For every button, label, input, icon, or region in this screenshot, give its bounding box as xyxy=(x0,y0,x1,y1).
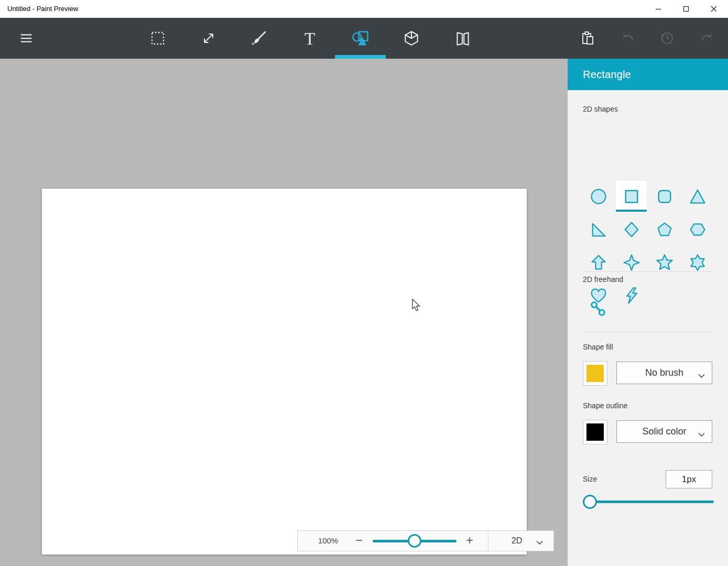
size-slider-thumb[interactable] xyxy=(583,495,597,509)
shape-right-triangle[interactable] xyxy=(583,214,614,245)
text-t-icon: T xyxy=(301,29,319,47)
minimize-icon xyxy=(655,6,661,12)
tool-3d-shapes[interactable] xyxy=(386,18,437,59)
view-mode-value[interactable]: 2D xyxy=(499,531,534,551)
fill-section-label: Shape fill xyxy=(583,343,709,352)
outline-type-dropdown[interactable]: Solid color xyxy=(616,420,712,443)
tool-select[interactable] xyxy=(132,18,183,59)
selected-tool-indicator xyxy=(335,55,386,59)
shape-four-point-star[interactable] xyxy=(616,247,647,278)
fill-type-dropdown[interactable]: No brush xyxy=(616,362,712,384)
tool-2d-shapes[interactable] xyxy=(335,18,386,59)
paintbrush-icon xyxy=(251,30,267,47)
shapes-section-label: 2D shapes xyxy=(583,105,709,114)
paste-button[interactable] xyxy=(575,18,601,59)
svg-text:T: T xyxy=(304,29,314,47)
marquee-select-icon xyxy=(149,30,166,47)
shape-circle[interactable] xyxy=(583,181,614,212)
menu-button[interactable] xyxy=(14,18,39,59)
zoom-in-button[interactable]: + xyxy=(459,531,480,551)
chevron-down-icon xyxy=(698,370,705,381)
fill-color-value xyxy=(586,365,604,382)
outline-section-label: Shape outline xyxy=(583,401,709,411)
tool-crop-resize[interactable] xyxy=(183,18,234,59)
maximize-button[interactable] xyxy=(674,0,698,18)
zoom-slider-thumb[interactable] xyxy=(408,534,421,548)
shape-hexagon[interactable] xyxy=(682,214,713,245)
clipboard-icon xyxy=(580,30,596,47)
2d-shapes-icon xyxy=(351,29,370,48)
chevron-down-icon xyxy=(698,429,705,440)
undo-button[interactable] xyxy=(615,18,640,59)
size-input[interactable]: 1px xyxy=(666,470,712,488)
hamburger-menu-icon xyxy=(18,30,34,46)
zoombar-divider xyxy=(488,531,488,551)
tool-brushes[interactable] xyxy=(233,18,284,59)
maximize-icon xyxy=(683,6,689,12)
canvas-panel-icon xyxy=(453,29,471,47)
shapes-panel: Rectangle 2D shapes xyxy=(568,59,728,566)
shape-six-point-star[interactable] xyxy=(682,247,713,278)
expand-arrows-icon xyxy=(200,30,217,47)
freehand-section-label: 2D freehand xyxy=(583,275,709,285)
shape-five-point-star[interactable] xyxy=(649,247,680,278)
zoom-out-button[interactable]: − xyxy=(349,531,370,551)
zoom-level: 100% xyxy=(309,531,347,551)
mouse-cursor-icon xyxy=(412,299,421,314)
minimize-button[interactable] xyxy=(646,0,670,18)
history-button[interactable] xyxy=(655,18,680,59)
section-divider xyxy=(583,271,714,272)
outline-color-swatch[interactable] xyxy=(583,420,607,444)
section-divider xyxy=(583,332,714,332)
outline-color-value xyxy=(586,423,604,441)
outline-type-value: Solid color xyxy=(642,426,686,437)
shape-pentagon[interactable] xyxy=(649,214,680,245)
history-clock-icon xyxy=(659,30,676,47)
view-mode-chevron-down-icon[interactable] xyxy=(536,538,543,547)
drawing-canvas[interactable] xyxy=(42,189,527,554)
freehand-curve-tool[interactable] xyxy=(584,294,613,323)
undo-arrow-icon xyxy=(620,30,636,47)
tool-canvas[interactable] xyxy=(437,18,487,59)
titlebar: Untitled - Paint Preview xyxy=(0,0,728,18)
shape-rounded-square[interactable] xyxy=(649,181,680,212)
close-icon xyxy=(711,6,717,12)
fill-color-swatch[interactable] xyxy=(583,361,607,386)
workspace: 100% − + 2D xyxy=(0,59,568,566)
fill-type-value: No brush xyxy=(645,367,683,378)
curve-line-icon xyxy=(589,299,609,319)
shape-triangle[interactable] xyxy=(682,181,713,212)
redo-button[interactable] xyxy=(694,18,720,59)
shape-grid xyxy=(582,180,714,312)
shape-square[interactable] xyxy=(616,181,647,212)
top-toolbar: T xyxy=(0,18,728,59)
window-title: Untitled - Paint Preview xyxy=(7,0,78,18)
close-button[interactable] xyxy=(702,0,726,18)
redo-arrow-icon xyxy=(699,30,715,47)
shape-diamond[interactable] xyxy=(616,214,647,245)
panel-title: Rectangle xyxy=(568,59,728,90)
size-slider-track[interactable] xyxy=(583,500,714,503)
zoom-bar: 100% − + 2D xyxy=(297,530,554,551)
tool-text[interactable]: T xyxy=(284,18,335,59)
shape-arrow-up[interactable] xyxy=(583,247,614,278)
3d-cube-icon xyxy=(403,29,420,47)
